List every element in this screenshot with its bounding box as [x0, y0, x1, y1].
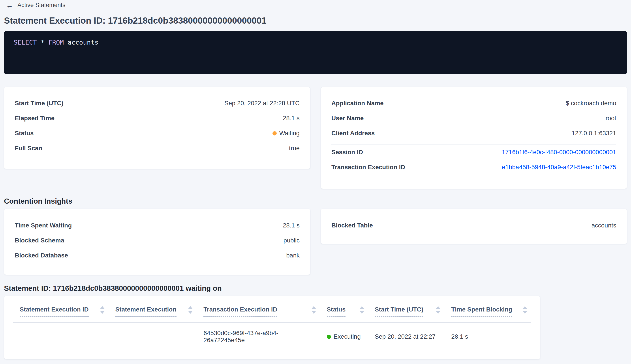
session-id-label: Session ID	[332, 149, 363, 156]
status-text: Waiting	[279, 130, 300, 137]
time-spent-waiting-label: Time Spent Waiting	[15, 222, 72, 229]
col-header-status[interactable]: Status	[327, 306, 375, 317]
start-time-utc-value: Sep 20, 2022 at 22:28 UTC	[224, 100, 300, 107]
col-header-time-spent-blocking[interactable]: Time Spent Blocking	[451, 306, 531, 317]
sort-arrows-icon[interactable]	[360, 306, 364, 314]
row-elapsed-time: Elapsed Time 28.1 s	[15, 114, 300, 122]
overview-cards-row: Start Time (UTC) Sep 20, 2022 at 22:28 U…	[4, 87, 627, 189]
col-header-label: Statement Execution	[116, 306, 176, 317]
sort-arrows-icon[interactable]	[311, 306, 316, 314]
contention-insights-heading: Contention Insights	[4, 196, 627, 206]
row-client-address: Client Address 127.0.0.1:63321	[332, 130, 616, 137]
col-header-statement-execution-id[interactable]: Statement Execution ID	[20, 306, 116, 317]
status-label: Status	[15, 130, 34, 137]
col-header-label: Start Time (UTC)	[375, 306, 424, 317]
col-header-label: Statement Execution ID	[20, 306, 89, 317]
client-address-value: 127.0.0.1:63321	[572, 130, 616, 137]
blocked-table-card: Blocked Table accounts	[320, 209, 627, 244]
col-header-start-time-utc[interactable]: Start Time (UTC)	[375, 306, 452, 317]
waiting-table-header-row: Statement Execution ID Statement Executi…	[4, 296, 540, 317]
status-value: Waiting	[272, 130, 300, 137]
cell-time-spent-blocking: 28.1 s	[451, 333, 531, 340]
row-application-name: Application Name $ cockroach demo	[332, 100, 616, 107]
elapsed-time-label: Elapsed Time	[15, 115, 54, 122]
transaction-execution-id-label: Transaction Execution ID	[332, 164, 405, 171]
blocked-table-value: accounts	[592, 222, 616, 229]
sort-arrows-icon[interactable]	[436, 306, 440, 314]
row-time-spent-waiting: Time Spent Waiting 28.1 s	[15, 222, 300, 229]
cell-start-time: Sep 20, 2022 at 22:27	[375, 333, 452, 340]
row-transaction-execution-id: Transaction Execution ID e1bba458-5948-4…	[332, 164, 616, 171]
row-user-name: User Name root	[332, 114, 616, 122]
blocked-schema-value: public	[284, 237, 300, 244]
blocked-schema-label: Blocked Schema	[15, 237, 64, 244]
sql-statement-box: SELECT * FROM accounts	[4, 31, 627, 74]
sort-arrows-icon[interactable]	[188, 306, 193, 314]
session-details-card: Application Name $ cockroach demo User N…	[320, 87, 627, 189]
waiting-on-heading: Statement ID: 1716b218dc0b38380000000000…	[4, 284, 627, 293]
elapsed-time-value: 28.1 s	[283, 115, 300, 122]
back-arrow-icon: ←	[6, 2, 13, 8]
start-time-utc-label: Start Time (UTC)	[15, 100, 63, 107]
row-blocked-database: Blocked Database bank	[15, 252, 300, 259]
blocked-table-label: Blocked Table	[332, 222, 373, 229]
cell-status-text: Executing	[334, 333, 361, 340]
col-header-label: Time Spent Blocking	[451, 306, 512, 317]
table-row: 64530d0c-969f-437e-a9b4-26a72245e45e Exe…	[4, 322, 540, 351]
blocked-database-value: bank	[286, 252, 300, 259]
cell-transaction-execution-id: 64530d0c-969f-437e-a9b4-26a72245e45e	[204, 330, 327, 344]
full-scan-value: true	[289, 145, 300, 152]
sql-keyword-from: FROM	[48, 38, 64, 46]
sort-arrows-icon[interactable]	[100, 306, 105, 314]
row-full-scan: Full Scan true	[15, 144, 300, 152]
page-title: Statement Execution ID: 1716b218dc0b3838…	[4, 15, 627, 26]
col-header-transaction-execution-id[interactable]: Transaction Execution ID	[204, 306, 327, 317]
sort-arrows-icon[interactable]	[522, 306, 527, 314]
full-scan-label: Full Scan	[15, 145, 42, 152]
card-divider	[332, 144, 616, 145]
client-address-label: Client Address	[332, 130, 375, 137]
contention-metrics-card: Time Spent Waiting 28.1 s Blocked Schema…	[4, 209, 310, 275]
waiting-statements-table-card: Statement Execution ID Statement Executi…	[4, 296, 540, 359]
row-start-time-utc: Start Time (UTC) Sep 20, 2022 at 22:28 U…	[15, 100, 300, 107]
contention-cards-row: Time Spent Waiting 28.1 s Blocked Schema…	[4, 209, 627, 275]
execution-summary-card: Start Time (UTC) Sep 20, 2022 at 22:28 U…	[4, 87, 310, 169]
sql-keyword-select: SELECT	[14, 38, 37, 46]
session-id-link[interactable]: 1716b1f6-4e0c-f480-0000-000000000001	[502, 149, 616, 156]
application-name-value: $ cockroach demo	[566, 100, 616, 107]
statement-execution-details-page: ← Active Statements Statement Execution …	[0, 2, 631, 359]
col-header-label: Status	[327, 306, 346, 317]
col-header-statement-execution[interactable]: Statement Execution	[116, 306, 204, 317]
executing-status-dot-icon	[327, 335, 331, 339]
time-spent-waiting-value: 28.1 s	[283, 222, 300, 229]
user-name-label: User Name	[332, 115, 364, 122]
row-status: Status Waiting	[15, 130, 300, 137]
sql-star: *	[40, 38, 44, 46]
back-link-label: Active Statements	[18, 2, 66, 8]
row-blocked-schema: Blocked Schema public	[15, 237, 300, 244]
row-session-id: Session ID 1716b1f6-4e0c-f480-0000-00000…	[332, 148, 616, 156]
back-link[interactable]: ← Active Statements	[6, 2, 66, 8]
row-blocked-table: Blocked Table accounts	[332, 222, 616, 229]
col-header-label: Transaction Execution ID	[204, 306, 277, 317]
table-row-divider	[13, 351, 531, 351]
waiting-status-dot-icon	[272, 131, 277, 136]
transaction-execution-id-link[interactable]: e1bba458-5948-40a9-a42f-5feac1b10e75	[502, 164, 616, 171]
user-name-value: root	[606, 115, 616, 122]
blocked-database-label: Blocked Database	[15, 252, 68, 259]
cell-status: Executing	[327, 333, 375, 340]
application-name-label: Application Name	[332, 100, 384, 107]
sql-table-name: accounts	[68, 38, 98, 46]
